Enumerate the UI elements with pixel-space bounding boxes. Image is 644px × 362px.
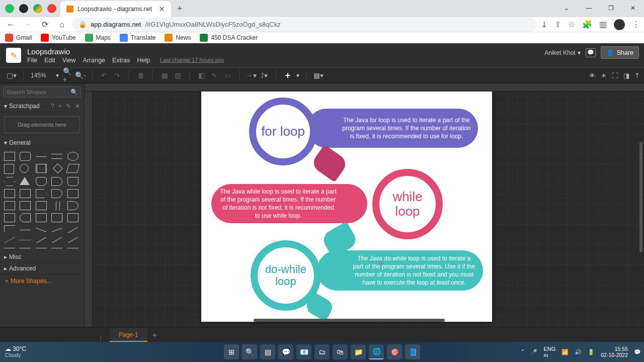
shape-connector2[interactable] bbox=[20, 248, 31, 248]
document-title[interactable]: Loopsdrawio bbox=[27, 47, 224, 56]
shape-and[interactable] bbox=[4, 213, 15, 222]
bookmark-news[interactable]: News bbox=[165, 34, 191, 42]
taskbar-app-5[interactable]: 🎯 bbox=[387, 344, 402, 359]
shape-tape[interactable] bbox=[67, 189, 78, 198]
shape-curve2[interactable] bbox=[52, 228, 62, 232]
window-close-button[interactable]: ✕ bbox=[622, 0, 644, 16]
menu-edit[interactable]: Edit bbox=[44, 57, 55, 64]
taskbar-taskview-icon[interactable]: ▤ bbox=[260, 344, 275, 359]
scratchpad-drop-zone[interactable]: Drag elements here bbox=[4, 116, 80, 133]
shape-box2[interactable] bbox=[51, 213, 62, 222]
tray-notifications-icon[interactable]: 💬 bbox=[634, 349, 641, 355]
pinned-tab-3[interactable] bbox=[33, 4, 42, 13]
menu-file[interactable]: File bbox=[27, 57, 37, 64]
shape-connector1[interactable] bbox=[4, 248, 15, 248]
chrome-chevron-icon[interactable]: ⌄ bbox=[555, 0, 578, 16]
advanced-header[interactable]: ▸Advanced bbox=[0, 263, 84, 275]
theme-icon[interactable]: ☀ bbox=[601, 72, 607, 79]
shape-dashed-diag[interactable] bbox=[5, 237, 15, 243]
undo-icon[interactable]: ↶ bbox=[100, 71, 109, 80]
comments-icon[interactable]: 💬 bbox=[586, 48, 596, 57]
more-shapes-button[interactable]: +More Shapes... bbox=[5, 278, 79, 285]
collapse-icon[interactable]: ⤒ bbox=[634, 72, 640, 79]
zoom-value[interactable]: 145% bbox=[31, 72, 52, 79]
shape-square[interactable] bbox=[4, 164, 14, 174]
taskbar-app-4[interactable]: 🛍 bbox=[333, 344, 348, 359]
shape-connector4[interactable] bbox=[51, 248, 62, 248]
tray-clock[interactable]: 15:55 02-10-2022 bbox=[601, 346, 628, 358]
shape-circle[interactable] bbox=[20, 164, 29, 173]
shape-hexagon[interactable] bbox=[4, 177, 15, 186]
shape-document[interactable] bbox=[67, 177, 78, 186]
shape-curve1[interactable] bbox=[36, 228, 46, 232]
bookmark-star-icon[interactable]: ☆ bbox=[568, 20, 575, 29]
misc-header[interactable]: ▸Misc bbox=[0, 251, 84, 263]
tab-close-button[interactable]: ✕ bbox=[159, 5, 165, 13]
pinned-tab-4[interactable] bbox=[47, 4, 56, 13]
shape-ellipse[interactable] bbox=[67, 152, 78, 161]
shape-textbox[interactable] bbox=[51, 154, 62, 159]
shape-line5[interactable] bbox=[36, 237, 46, 243]
shape-rect[interactable] bbox=[4, 152, 15, 161]
fullscreen-icon[interactable]: ⛶ bbox=[612, 72, 618, 79]
shape-line7[interactable] bbox=[68, 237, 78, 243]
shape-datastorage[interactable] bbox=[20, 213, 31, 222]
search-icon[interactable]: 🔍 bbox=[70, 88, 78, 96]
shadow-icon[interactable]: ▭ bbox=[223, 71, 232, 80]
sidebar-toggle-icon[interactable]: ▢▾ bbox=[7, 71, 16, 80]
to-front-icon[interactable]: ▦ bbox=[160, 71, 169, 80]
shape-text[interactable] bbox=[36, 156, 47, 157]
for-loop-desc-box[interactable]: The Java for loop is used to iterate a p… bbox=[307, 109, 478, 148]
search-shapes-input[interactable] bbox=[3, 86, 81, 98]
pinned-tab-2[interactable] bbox=[19, 4, 28, 13]
bookmark-dsa[interactable]: 450 DSA Cracker bbox=[200, 34, 258, 42]
scratchpad-add-icon[interactable]: + bbox=[58, 103, 62, 110]
nav-home-button[interactable]: ⌂ bbox=[55, 18, 68, 31]
app-logo-icon[interactable]: ✎ bbox=[6, 48, 21, 63]
fill-color-icon[interactable]: ◧ bbox=[197, 71, 206, 80]
new-tab-button[interactable]: + bbox=[172, 1, 188, 17]
taskbar-app-2[interactable]: 📧 bbox=[296, 344, 311, 359]
shape-rounded-rect[interactable] bbox=[20, 152, 31, 161]
while-loop-desc-box[interactable]: The Java while loop is used to iterate a… bbox=[211, 184, 367, 223]
dowhile-loop-desc-box[interactable]: The Java do-while loop is used to iterat… bbox=[317, 250, 483, 291]
shape-step[interactable] bbox=[36, 189, 47, 198]
menu-help[interactable]: Help bbox=[137, 57, 150, 64]
format-panel-icon[interactable]: ◨ bbox=[623, 72, 629, 79]
shape-connector3[interactable] bbox=[36, 248, 47, 248]
to-back-icon[interactable]: ▧ bbox=[173, 71, 182, 80]
redo-icon[interactable]: ↷ bbox=[113, 71, 122, 80]
url-input[interactable]: 🔒 app.diagrams.net/#G1VIgUmsxOa8NLWsDiyc… bbox=[72, 18, 537, 32]
tray-battery-icon[interactable]: 🔋 bbox=[588, 349, 595, 355]
install-app-icon[interactable]: ⤓ bbox=[541, 20, 547, 29]
pinned-tab-1[interactable] bbox=[5, 4, 14, 13]
scratchpad-help-icon[interactable]: ? bbox=[51, 103, 54, 110]
shape-tree[interactable] bbox=[4, 225, 15, 232]
taskbar-explorer-icon[interactable]: 📁 bbox=[351, 344, 366, 359]
extensions-icon[interactable]: 🧩 bbox=[582, 20, 592, 29]
tray-chevron-icon[interactable]: ˄ bbox=[521, 349, 524, 355]
insert-icon[interactable]: + bbox=[283, 71, 292, 80]
profile-avatar[interactable] bbox=[614, 19, 625, 30]
zoom-in-icon[interactable]: 🔍+ bbox=[63, 71, 72, 80]
shape-parallelogram[interactable] bbox=[66, 164, 79, 173]
taskbar-search-icon[interactable]: 🔍 bbox=[242, 344, 257, 359]
scrollbar-vertical[interactable] bbox=[639, 142, 642, 252]
shape-box3[interactable] bbox=[67, 213, 78, 222]
shape-line6[interactable] bbox=[52, 237, 62, 243]
shape-trapezoid[interactable] bbox=[51, 189, 62, 198]
shape-arrow1[interactable] bbox=[68, 227, 78, 233]
taskbar-app-3[interactable]: 🗂 bbox=[314, 344, 330, 359]
hide-icon[interactable]: 👁 bbox=[589, 72, 596, 79]
shape-callout[interactable] bbox=[36, 201, 47, 210]
shape-hline[interactable] bbox=[20, 230, 31, 230]
bookmark-youtube[interactable]: YouTube bbox=[41, 34, 75, 42]
bookmark-translate[interactable]: Translate bbox=[120, 34, 156, 42]
nav-back-button[interactable]: ← bbox=[4, 18, 17, 31]
add-page-button[interactable]: + bbox=[147, 329, 162, 342]
page-tab-1[interactable]: Page-1 bbox=[110, 328, 147, 342]
taskbar-weather[interactable]: ☁ 30°C Cloudy bbox=[0, 346, 31, 358]
taskbar-app-1[interactable]: 💬 bbox=[278, 344, 293, 359]
shape-triangle[interactable] bbox=[20, 177, 30, 185]
menu-view[interactable]: View bbox=[62, 57, 76, 64]
